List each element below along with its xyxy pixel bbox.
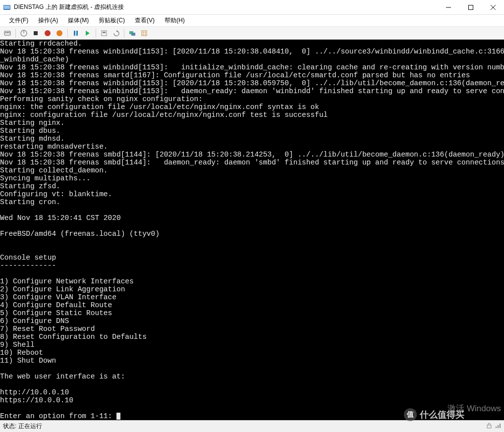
shutdown-button[interactable] [42, 28, 53, 39]
svg-rect-22 [131, 33, 135, 36]
pause-button[interactable] [70, 28, 81, 39]
svg-point-14 [56, 30, 62, 36]
network-icon [495, 423, 501, 430]
svg-rect-19 [103, 32, 106, 33]
svg-point-13 [45, 30, 51, 36]
svg-rect-30 [498, 425, 499, 428]
svg-marker-17 [86, 31, 90, 36]
reset-button[interactable] [82, 28, 93, 39]
menubar: 文件(F) 操作(A) 媒体(M) 剪贴板(C) 查看(V) 帮助(H) [0, 15, 504, 27]
svg-rect-16 [76, 31, 78, 36]
separator [96, 29, 96, 38]
status-label: 状态: [3, 423, 16, 430]
statusbar: 状态: 正在运行 [0, 420, 504, 432]
enhanced-session-button[interactable] [127, 28, 138, 39]
menu-file[interactable]: 文件(F) [4, 15, 33, 26]
status-right [486, 423, 501, 430]
menu-clipboard[interactable]: 剪贴板(C) [94, 15, 130, 26]
svg-rect-31 [500, 424, 501, 428]
turnoff-button[interactable] [30, 28, 41, 39]
svg-rect-27 [145, 34, 146, 35]
separator [67, 29, 68, 38]
share-button[interactable] [139, 28, 150, 39]
svg-rect-23 [142, 31, 147, 36]
svg-rect-24 [143, 32, 144, 33]
svg-rect-29 [496, 427, 497, 428]
ctrl-alt-del-button[interactable] [2, 28, 13, 39]
menu-view[interactable]: 查看(V) [130, 15, 160, 26]
svg-rect-28 [487, 425, 491, 428]
svg-rect-1 [4, 5, 10, 9]
window-titlebar: DIENSTAG 上的 新建虚拟机 - 虚拟机连接 [0, 0, 504, 15]
svg-rect-7 [5, 32, 6, 33]
window-title: DIENSTAG 上的 新建虚拟机 - 虚拟机连接 [14, 3, 437, 11]
menu-media[interactable]: 媒体(M) [63, 15, 94, 26]
svg-rect-25 [145, 32, 146, 33]
start-button[interactable] [18, 28, 29, 39]
text-cursor [116, 413, 120, 420]
svg-rect-12 [34, 31, 38, 35]
svg-rect-8 [7, 32, 8, 33]
svg-rect-3 [468, 5, 473, 9]
minimize-button[interactable] [437, 0, 459, 15]
separator [15, 29, 16, 38]
revert-button[interactable] [111, 28, 121, 39]
close-button[interactable] [482, 0, 504, 15]
vm-console[interactable]: Starting rrdcached. Nov 18 15:20:38 free… [0, 40, 504, 420]
svg-rect-9 [8, 32, 9, 33]
checkpoint-button[interactable] [99, 28, 110, 39]
status-text: 状态: 正在运行 [3, 422, 42, 431]
window-controls [437, 0, 504, 15]
status-value: 正在运行 [18, 423, 42, 430]
svg-rect-26 [143, 34, 144, 35]
app-icon [3, 3, 11, 11]
maximize-button[interactable] [459, 0, 482, 15]
save-button[interactable] [54, 28, 65, 39]
toolbar [0, 27, 504, 40]
lock-icon [486, 423, 492, 430]
svg-rect-15 [74, 31, 75, 36]
menu-action[interactable]: 操作(A) [33, 15, 63, 26]
menu-help[interactable]: 帮助(H) [160, 15, 190, 26]
separator [124, 29, 124, 38]
